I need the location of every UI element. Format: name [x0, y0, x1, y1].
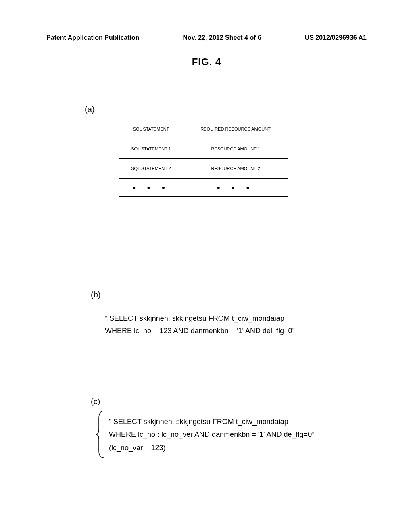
section-c-label: (c): [91, 397, 100, 406]
code-c-line1: ” SELECT skkjnnen, skkjngetsu FROM t_ciw…: [109, 415, 335, 428]
table-row-dots: ● ● ● ● ● ●: [119, 179, 288, 197]
table-row: SQL STATEMENT 2 RESOURCE AMOUNT 2: [119, 159, 288, 179]
code-block-c: ” SELECT skkjnnen, skkjngetsu FROM t_ciw…: [109, 415, 335, 454]
th-required-resource: REQUIRED RESOURCE AMOUNT: [183, 119, 288, 139]
table-header-row: SQL STATEMENT REQUIRED RESOURCE AMOUNT: [119, 119, 288, 139]
th-sql-statement: SQL STATEMENT: [119, 119, 183, 139]
brace-icon: [95, 410, 105, 459]
cell-dots-left: ● ● ●: [119, 179, 183, 197]
code-c-line2: WHERE lc_no : lc_no_ver AND danmenkbn = …: [109, 428, 335, 441]
code-block-b: ” SELECT skkjnnen, skkjngetsu FROM t_ciw…: [105, 312, 331, 337]
code-b-line2: WHERE lc_no = 123 AND danmenkbn = '1' AN…: [105, 325, 331, 337]
section-b-label: (b): [91, 290, 100, 299]
header-right: US 2012/0296936 A1: [305, 34, 367, 42]
header-center: Nov. 22, 2012 Sheet 4 of 6: [183, 34, 261, 42]
code-c-line3: (lc_no_var = 123): [109, 441, 335, 454]
cell-resource-1: RESOURCE AMOUNT 1: [183, 139, 288, 159]
section-a-label: (a): [85, 105, 94, 114]
page-header: Patent Application Publication Nov. 22, …: [46, 34, 367, 42]
code-b-line1: ” SELECT skkjnnen, skkjngetsu FROM t_ciw…: [105, 312, 331, 325]
cell-sql-1: SQL STATEMENT 1: [119, 139, 183, 159]
resource-table: SQL STATEMENT REQUIRED RESOURCE AMOUNT S…: [119, 119, 288, 197]
cell-sql-2: SQL STATEMENT 2: [119, 159, 183, 179]
cell-resource-2: RESOURCE AMOUNT 2: [183, 159, 288, 179]
figure-label: FIG. 4: [192, 56, 221, 68]
table-row: SQL STATEMENT 1 RESOURCE AMOUNT 1: [119, 139, 288, 159]
cell-dots-right: ● ● ●: [183, 179, 288, 197]
header-left: Patent Application Publication: [46, 34, 140, 42]
